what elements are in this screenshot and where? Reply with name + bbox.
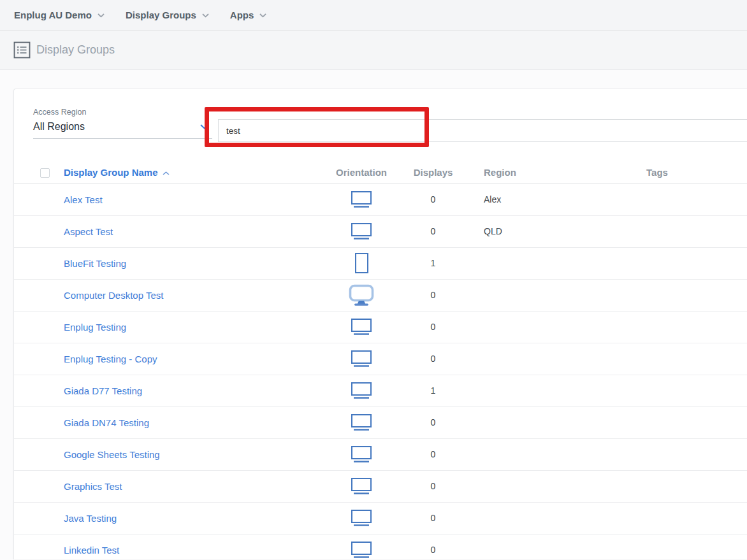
region-value [467, 502, 629, 534]
displays-count: 0 [400, 438, 467, 470]
select-all-checkbox[interactable] [40, 168, 50, 178]
landscape-orientation-icon [351, 413, 372, 431]
row-checkbox-cell [14, 343, 64, 375]
display-groups-card: Access Region All Regions Displa [13, 89, 747, 559]
displays-count: 0 [400, 406, 467, 438]
landscape-orientation-icon [351, 445, 372, 463]
orientation-cell [323, 343, 400, 375]
landscape-orientation-icon [351, 350, 372, 368]
display-group-link[interactable]: Graphics Test [64, 481, 122, 492]
portrait-orientation-icon [354, 252, 369, 274]
landscape-orientation-icon [351, 382, 372, 399]
page-header: Display Groups [0, 31, 747, 70]
tags-value [629, 247, 747, 279]
row-checkbox-cell [14, 406, 64, 438]
tags-value [629, 470, 747, 502]
region-value: Alex [467, 183, 629, 215]
display-group-row: Giada DN74 Testing 0 [14, 406, 747, 438]
desktop-orientation-icon [349, 284, 374, 306]
chevron-down-icon [98, 13, 105, 18]
display-group-link[interactable]: Alex Test [64, 194, 103, 205]
display-group-link[interactable]: Giada DN74 Testing [64, 417, 149, 428]
chevron-down-icon [202, 13, 209, 18]
column-header-orientation[interactable]: Orientation [323, 161, 400, 183]
access-region-value: All Regions [33, 121, 85, 133]
region-value [467, 279, 629, 311]
display-group-row: Alex Test 0 Alex [14, 183, 747, 215]
row-checkbox-cell [14, 279, 64, 311]
region-value [467, 534, 629, 560]
nav-item-display-groups[interactable]: Display Groups [126, 10, 209, 20]
nav-item-display-groups-label: Display Groups [126, 10, 196, 20]
column-header-name[interactable]: Display Group Name [64, 167, 170, 178]
display-group-row: BlueFit Testing 1 [14, 247, 747, 279]
display-group-link[interactable]: Aspect Test [64, 226, 113, 237]
search-input[interactable] [218, 119, 747, 142]
row-checkbox-cell [14, 470, 64, 502]
display-group-link[interactable]: Java Testing [64, 513, 117, 524]
top-nav: Enplug AU Demo Display Groups Apps [0, 0, 747, 31]
orientation-cell [323, 375, 400, 406]
display-groups-table: Display Group Name Orientation Displays … [14, 161, 747, 560]
landscape-orientation-icon [351, 222, 372, 240]
nav-item-apps[interactable]: Apps [230, 10, 267, 20]
display-groups-list-icon [13, 41, 31, 59]
access-region-label: Access Region [33, 108, 212, 117]
access-region-select[interactable]: Access Region All Regions [33, 108, 212, 139]
column-header-displays[interactable]: Displays [400, 161, 467, 183]
displays-count: 0 [400, 311, 467, 343]
display-group-row: Aspect Test 0 QLD [14, 215, 747, 247]
tags-value [629, 406, 747, 438]
region-value [467, 311, 629, 343]
display-group-link[interactable]: Computer Desktop Test [64, 290, 163, 301]
column-header-region[interactable]: Region [467, 161, 629, 183]
row-checkbox-cell [14, 375, 64, 406]
nav-item-account[interactable]: Enplug AU Demo [14, 10, 105, 20]
row-checkbox-cell [14, 311, 64, 343]
tags-value [629, 183, 747, 215]
row-checkbox-cell [14, 183, 64, 215]
tags-value [629, 375, 747, 406]
nav-item-apps-label: Apps [230, 10, 254, 20]
row-checkbox-cell [14, 502, 64, 534]
column-header-tags[interactable]: Tags [629, 161, 747, 183]
orientation-cell [323, 470, 400, 502]
row-checkbox-cell [14, 215, 64, 247]
tags-value [629, 279, 747, 311]
chevron-down-icon [200, 124, 208, 129]
region-value [467, 470, 629, 502]
sort-ascending-icon [163, 171, 170, 175]
displays-count: 0 [400, 183, 467, 215]
display-group-link[interactable]: Giada D77 Testing [64, 385, 142, 396]
display-group-row: Enplug Testing - Copy 0 [14, 343, 747, 375]
display-group-link[interactable]: Google Sheets Testing [64, 449, 160, 460]
display-group-link[interactable]: BlueFit Testing [64, 258, 126, 269]
display-group-row: Graphics Test 0 [14, 470, 747, 502]
display-group-row: Giada D77 Testing 1 [14, 375, 747, 406]
tags-value [629, 311, 747, 343]
display-group-row: Enplug Testing 0 [14, 311, 747, 343]
region-value [467, 375, 629, 406]
orientation-cell [323, 502, 400, 534]
content-area: Access Region All Regions Displa [0, 70, 747, 559]
orientation-cell [323, 183, 400, 215]
displays-count: 0 [400, 215, 467, 247]
row-checkbox-cell [14, 247, 64, 279]
orientation-cell [323, 534, 400, 560]
display-group-link[interactable]: Enplug Testing [64, 322, 126, 333]
page-title: Display Groups [36, 43, 115, 57]
displays-count: 1 [400, 375, 467, 406]
filters-bar: Access Region All Regions [14, 89, 747, 161]
displays-count: 0 [400, 470, 467, 502]
nav-item-account-label: Enplug AU Demo [14, 10, 92, 20]
orientation-cell [323, 311, 400, 343]
orientation-cell [323, 215, 400, 247]
display-group-link[interactable]: Linkedin Test [64, 545, 119, 556]
tags-value [629, 215, 747, 247]
tags-value [629, 502, 747, 534]
landscape-orientation-icon [351, 190, 372, 208]
display-group-row: Google Sheets Testing 0 [14, 438, 747, 470]
displays-count: 0 [400, 534, 467, 560]
orientation-cell [323, 406, 400, 438]
display-group-link[interactable]: Enplug Testing - Copy [64, 354, 157, 364]
